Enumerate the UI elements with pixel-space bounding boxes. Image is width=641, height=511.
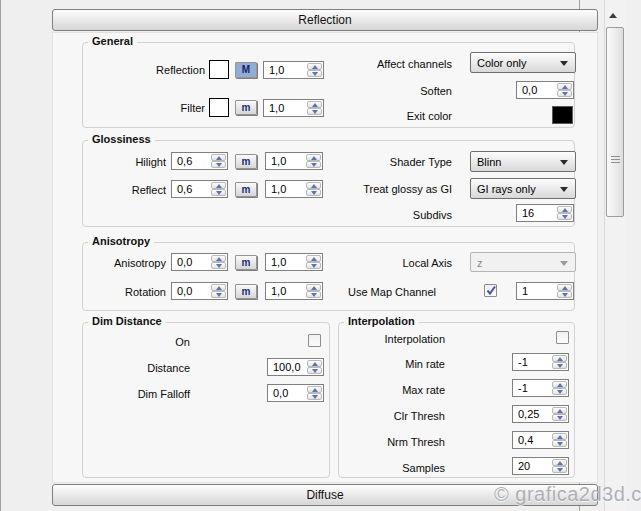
anisotropy-label: Anisotropy: [60, 256, 166, 270]
filter-map-button[interactable]: m: [235, 100, 257, 115]
spinner-down-icon[interactable]: [557, 213, 572, 220]
spinner-down-icon[interactable]: [552, 466, 567, 473]
rotation-map-button[interactable]: m: [235, 284, 257, 299]
reflect-spinner[interactable]: 0,6: [171, 180, 228, 198]
map-channel-spinner[interactable]: 1: [516, 282, 574, 300]
spinner-up-icon[interactable]: [552, 355, 567, 362]
dim-falloff-label: Dim Falloff: [90, 387, 190, 401]
spinner-up-icon[interactable]: [552, 433, 567, 440]
spinner-up-icon[interactable]: [306, 182, 321, 189]
reflection-color-swatch[interactable]: [209, 60, 229, 79]
spinner-down-icon[interactable]: [211, 161, 226, 168]
shader-type-label: Shader Type: [330, 155, 452, 169]
reflection-rollout-header[interactable]: Reflection: [52, 9, 598, 31]
spinner-down-icon[interactable]: [552, 414, 567, 421]
subdivs-spinner[interactable]: 16: [516, 204, 574, 222]
spinner-down-icon[interactable]: [306, 189, 321, 196]
spinner-down-icon[interactable]: [307, 70, 322, 77]
anisotropy-spinner[interactable]: 0,0: [171, 253, 228, 271]
anisotropy-amount-spinner[interactable]: 1,0: [265, 253, 323, 271]
filter-amount-spinner[interactable]: 1,0: [263, 99, 324, 117]
chevron-down-icon: [560, 160, 568, 165]
spinner-up-icon[interactable]: [306, 255, 321, 262]
spinner-down-icon[interactable]: [211, 291, 226, 298]
distance-label: Distance: [90, 361, 190, 375]
interpolation-group-title: Interpolation: [344, 315, 419, 327]
chevron-down-icon: [560, 61, 568, 66]
use-map-channel-checkbox[interactable]: [484, 284, 497, 297]
rotation-spinner[interactable]: 0,0: [171, 282, 228, 300]
reflect-label: Reflect: [60, 183, 166, 197]
reflection-amount-spinner[interactable]: 1,0: [263, 61, 324, 79]
reflect-amount-spinner[interactable]: 1,0: [265, 180, 323, 198]
rotation-amount-spinner[interactable]: 1,0: [265, 282, 323, 300]
interpolation-checkbox[interactable]: [556, 331, 569, 344]
spinner-up-icon[interactable]: [307, 101, 322, 108]
samples-label: Samples: [345, 461, 445, 475]
clr-thresh-spinner[interactable]: 0,25: [512, 405, 569, 423]
scroll-up-icon[interactable]: [609, 13, 617, 18]
spinner-down-icon[interactable]: [552, 388, 567, 395]
hilight-map-button[interactable]: m: [235, 154, 257, 169]
reflect-map-button[interactable]: m: [235, 182, 257, 197]
spinner-down-icon[interactable]: [307, 108, 322, 115]
soften-label: Soften: [330, 84, 452, 98]
general-group-title: General: [88, 35, 137, 47]
dim-on-checkbox[interactable]: [308, 334, 321, 347]
max-rate-spinner[interactable]: -1: [512, 379, 569, 397]
spinner-up-icon[interactable]: [211, 154, 226, 161]
spinner-up-icon[interactable]: [552, 459, 567, 466]
spinner-up-icon[interactable]: [552, 407, 567, 414]
nrm-thresh-spinner[interactable]: 0,4: [512, 431, 569, 449]
nrm-thresh-label: Nrm Thresh: [345, 435, 445, 449]
anisotropy-map-button[interactable]: m: [235, 255, 257, 270]
spinner-down-icon[interactable]: [307, 367, 322, 374]
spinner-up-icon[interactable]: [306, 284, 321, 291]
hilight-label: Hilight: [60, 155, 166, 169]
spinner-up-icon[interactable]: [211, 255, 226, 262]
dim-distance-group-title: Dim Distance: [88, 315, 166, 327]
dim-falloff-spinner[interactable]: 0,0: [267, 384, 324, 402]
soften-spinner[interactable]: 0,0: [516, 81, 574, 99]
hilight-spinner[interactable]: 0,6: [171, 152, 228, 170]
dim-on-label: On: [90, 335, 190, 349]
spinner-up-icon[interactable]: [306, 154, 321, 161]
spinner-up-icon[interactable]: [557, 284, 572, 291]
hilight-amount-spinner[interactable]: 1,0: [265, 152, 323, 170]
affect-channels-label: Affect channels: [330, 57, 452, 71]
spinner-down-icon[interactable]: [552, 362, 567, 369]
exit-color-swatch[interactable]: [552, 106, 573, 124]
reflection-map-button[interactable]: M: [235, 62, 257, 78]
spinner-up-icon[interactable]: [211, 284, 226, 291]
spinner-down-icon[interactable]: [557, 90, 572, 97]
spinner-up-icon[interactable]: [307, 63, 322, 70]
min-rate-spinner[interactable]: -1: [512, 353, 569, 371]
treat-glossy-select[interactable]: GI rays only: [470, 178, 576, 199]
scrollbar-thumb[interactable]: [606, 27, 624, 217]
treat-glossy-label: Treat glossy as GI: [330, 182, 452, 196]
spinner-down-icon[interactable]: [306, 262, 321, 269]
spinner-down-icon[interactable]: [211, 262, 226, 269]
spinner-down-icon[interactable]: [211, 189, 226, 196]
clr-thresh-label: Clr Thresh: [345, 409, 445, 423]
spinner-up-icon[interactable]: [557, 83, 572, 90]
spinner-down-icon[interactable]: [306, 291, 321, 298]
filter-color-swatch[interactable]: [209, 98, 229, 117]
local-axis-label: Local Axis: [330, 256, 452, 270]
affect-channels-select[interactable]: Color only: [470, 52, 576, 73]
chevron-down-icon: [560, 261, 568, 266]
spinner-up-icon[interactable]: [211, 182, 226, 189]
spinner-down-icon[interactable]: [306, 161, 321, 168]
spinner-up-icon[interactable]: [307, 386, 322, 393]
spinner-up-icon[interactable]: [557, 206, 572, 213]
use-map-channel-label: Use Map Channel: [348, 285, 478, 299]
samples-spinner[interactable]: 20: [512, 457, 569, 475]
spinner-down-icon[interactable]: [552, 440, 567, 447]
distance-spinner[interactable]: 100,0: [267, 358, 324, 376]
glossiness-group-title: Glossiness: [88, 133, 155, 145]
spinner-up-icon[interactable]: [552, 381, 567, 388]
spinner-down-icon[interactable]: [557, 291, 572, 298]
spinner-up-icon[interactable]: [307, 360, 322, 367]
shader-type-select[interactable]: Blinn: [470, 151, 576, 172]
spinner-down-icon[interactable]: [307, 393, 322, 400]
